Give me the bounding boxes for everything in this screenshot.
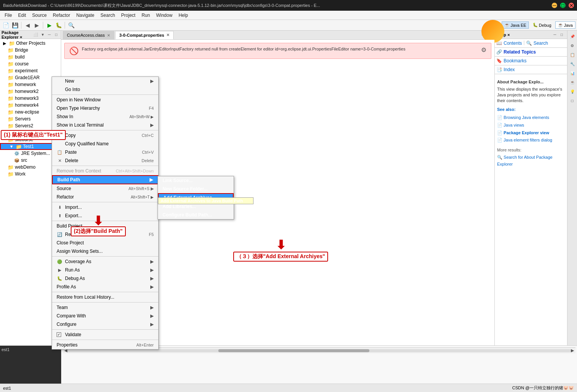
ctx-refactor[interactable]: Refactor Alt+Shift+T ▶: [52, 193, 158, 201]
help-contents-link[interactable]: 📖 Contents: [496, 41, 522, 46]
ctx-sep8: [52, 302, 158, 303]
ctx-opentypes[interactable]: Open Type Hierarchy F4: [52, 104, 158, 112]
persp-btn-4[interactable]: 🔧: [568, 60, 577, 68]
ctx-assignworkingsets[interactable]: Assign Working Sets...: [52, 247, 158, 255]
ctx-properties[interactable]: Properties Alt+Enter: [52, 341, 158, 349]
ctx-closeproject[interactable]: Close Project: [52, 239, 158, 247]
toolbar-back[interactable]: ◀: [23, 21, 32, 29]
perspective-java[interactable]: ☕ Java: [555, 21, 575, 29]
persp-btn-3[interactable]: 📋: [568, 50, 577, 59]
help-related-topics-link[interactable]: 🔗 Related Topics: [496, 49, 536, 55]
ctx-showinlocal[interactable]: Show in Local Terminal ▶: [52, 121, 158, 129]
tree-item-build[interactable]: 📁 build: [0, 54, 61, 60]
menu-refactor[interactable]: Refactor: [50, 12, 73, 19]
ctx-source[interactable]: Source Alt+Shift+S ▶: [52, 184, 158, 193]
tree-item-course[interactable]: 📁 course: [0, 60, 61, 67]
debug-icon: 🐛: [57, 275, 63, 281]
error-dismiss-btn[interactable]: ⚙: [481, 46, 486, 54]
view-menu-btn[interactable]: ▾: [39, 32, 46, 38]
help-javaviews-link[interactable]: 📄 Java views: [497, 122, 565, 129]
scroll-right-btn[interactable]: ▶: [571, 348, 574, 353]
ctx-profileas[interactable]: Profile As ▶: [52, 283, 158, 291]
tab-compat[interactable]: 3-0-Compat.properties ✕: [115, 31, 174, 39]
menu-run[interactable]: Run: [138, 12, 153, 19]
ctx-comparewith[interactable]: Compare With ▶: [52, 312, 158, 320]
ctx-configurebuildpath[interactable]: Configure Build Path...: [158, 211, 234, 219]
help-bookmarks-link[interactable]: 🔖 Bookmarks: [496, 58, 527, 63]
menu-project[interactable]: Project: [118, 12, 138, 19]
tab-close[interactable]: ✕: [166, 33, 169, 37]
ctx-showinlocal-label: Show in Local Terminal: [57, 122, 104, 128]
ctx-sep1: [52, 94, 158, 95]
toolbar-new[interactable]: 📄: [2, 21, 10, 29]
ctx-copy[interactable]: 📋 Copy Ctrl+C: [52, 131, 158, 140]
help-browsing-link[interactable]: 📄 Browsing Java elements: [497, 114, 565, 121]
tree-label: Servers: [15, 116, 31, 122]
ctx-showin[interactable]: Show In Alt+Shift+W ▶: [52, 112, 158, 121]
toolbar-search[interactable]: 🔍: [67, 21, 75, 29]
minimize-panel-btn[interactable]: ─: [46, 32, 52, 38]
help-search-link[interactable]: 🔍 Search: [526, 41, 548, 46]
menu-window[interactable]: Window: [153, 12, 176, 19]
toolbar-debug[interactable]: 🐛: [54, 21, 63, 29]
tree-item-bridge[interactable]: 📁 Bridge: [0, 47, 61, 54]
ctx-openwindow[interactable]: Open in New Window: [52, 96, 158, 104]
toolbar-save[interactable]: 💾: [11, 21, 19, 29]
persp-btn-1[interactable]: 📌: [568, 32, 577, 41]
ctx-buildpath[interactable]: Build Path ▶ Link Source... New Source F…: [52, 175, 158, 184]
tab-courseaccess[interactable]: CourseAccess.class ✕: [63, 31, 114, 39]
ctx-configure[interactable]: Configure ▶: [52, 320, 158, 329]
help-pkgexplorer-link[interactable]: 📄 Package Explorer view: [497, 130, 565, 137]
menu-search[interactable]: Search: [98, 12, 118, 19]
ctx-copyqualified[interactable]: Copy Qualified Name: [52, 140, 158, 148]
ctx-paste[interactable]: 📋 Paste Ctrl+V: [52, 148, 158, 156]
perspective-javaee[interactable]: ☕ Java EE: [502, 21, 529, 29]
help-search-about-link[interactable]: 🔍 Search for About Package Explorer: [497, 154, 565, 168]
ctx-buildproject[interactable]: Build Project: [52, 222, 158, 230]
menu-source[interactable]: Source: [29, 12, 50, 19]
status-right: CSDN @一只特立独行的猪🐷🐷: [512, 385, 574, 391]
ctx-team[interactable]: Team ▶: [52, 303, 158, 312]
help-minimize-btn[interactable]: ─: [552, 32, 558, 38]
maximize-panel-btn[interactable]: □: [53, 32, 59, 38]
persp-btn-6[interactable]: ☕: [568, 78, 577, 86]
toolbar-forward[interactable]: ▶: [33, 21, 41, 29]
ctx-validate[interactable]: ✓ Validate: [52, 330, 158, 339]
ctx-debugas[interactable]: 🐛 Debug As ▶: [52, 274, 158, 283]
scroll-thumb[interactable]: [218, 349, 369, 352]
ctx-newsourcefolder[interactable]: New Source Folder...: [158, 185, 234, 193]
ctx-export[interactable]: ⬆ Export...: [52, 211, 158, 220]
perspective-debug[interactable]: 🐛 Debug: [530, 22, 553, 28]
persp-btn-2[interactable]: ⚙: [568, 41, 577, 50]
tree-root-other-projects[interactable]: ▶ 📁 Other Projects: [0, 40, 61, 47]
persp-btn-7[interactable]: 💡: [568, 87, 577, 96]
menu-help[interactable]: Help: [176, 12, 191, 19]
ctx-restorefromlocal[interactable]: Restore from Local History...: [52, 293, 158, 301]
collapse-all-btn[interactable]: ⬜: [33, 32, 39, 38]
ctx-linksource[interactable]: Link Source...: [158, 176, 234, 185]
minimize-button[interactable]: ─: [552, 3, 557, 8]
validate-checkbox[interactable]: ✓: [57, 332, 61, 337]
toolbar-run[interactable]: ▶: [45, 21, 54, 29]
menu-navigate[interactable]: Navigate: [73, 12, 97, 19]
ctx-gointo[interactable]: Go Into: [52, 85, 158, 94]
ctx-delete[interactable]: ✕ Delete Delete: [52, 156, 158, 165]
ctx-removefromctx[interactable]: Remove from Context Ctrl+Alt+Shift+Down: [52, 167, 158, 175]
ctx-runas[interactable]: ▶ Run As ▶: [52, 266, 158, 274]
help-filters-link[interactable]: 📄 Java element filters dialog: [497, 137, 565, 144]
ctx-refresh[interactable]: 🔄 Refresh F5: [52, 230, 158, 239]
close-button[interactable]: ✕: [569, 3, 574, 8]
menu-edit[interactable]: Edit: [15, 12, 29, 19]
ctx-import[interactable]: ⬇ Import...: [52, 203, 158, 211]
tree-item-experiment[interactable]: 📁 experiment: [0, 67, 61, 74]
ctx-new[interactable]: New ▶: [52, 77, 158, 85]
maximize-button[interactable]: □: [560, 3, 566, 8]
persp-btn-8[interactable]: □: [568, 96, 577, 105]
help-index-link[interactable]: 📑 Index: [496, 67, 515, 72]
help-maximize-btn[interactable]: □: [559, 32, 565, 38]
ctx-coverageas[interactable]: 🟢 Coverage As ▶: [52, 257, 158, 266]
tab-close[interactable]: ✕: [107, 33, 110, 37]
menu-file[interactable]: File: [2, 12, 15, 19]
folder-icon: 📁: [8, 164, 14, 170]
persp-btn-5[interactable]: 📊: [568, 69, 577, 77]
